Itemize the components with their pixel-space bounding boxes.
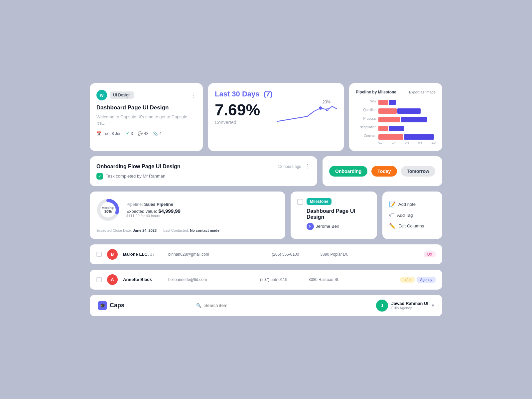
bar-pink-contract (378, 134, 403, 140)
contact-row-1: B Barone LLC. 17 binhan628@gmail.com (20… (90, 244, 442, 264)
bar-row-negotiation: Negotiation (356, 124, 436, 131)
svg-point-0 (319, 106, 322, 110)
user-company: Filllo Agency (391, 306, 428, 310)
add-tag-icon: 🏷 (389, 212, 394, 218)
task-header-left: w UI Design (96, 90, 134, 100)
activity-sub: Task completed by Mr Rahman (106, 174, 165, 179)
contact-2-tag-agency: Agency (417, 277, 436, 283)
check-icon: ✔ (126, 131, 129, 136)
task-avatar: w (96, 90, 107, 100)
action-add-note[interactable]: 📝 Add note (389, 201, 436, 207)
milestone-checkbox[interactable] (297, 199, 303, 205)
sparkline-peak-label: 23% (323, 100, 331, 104)
user-name: Jawad Rahman UI (391, 301, 428, 306)
donut-label: Meeting: 30% (102, 206, 114, 213)
task-card-header: w UI Design ⋮ (96, 90, 196, 100)
pipeline-name: Pipeline: Sales Pipeline (126, 202, 279, 207)
bar-pink-new (378, 100, 388, 105)
pipeline-inner: Meeting: 30% Pipeline: Sales Pipeline Ex… (96, 198, 279, 221)
export-button[interactable]: Export as Image (409, 90, 436, 94)
x-label-3: 0.8 (418, 141, 423, 144)
contact-2-name: Annette Black (123, 277, 163, 282)
file-icon: 📎 (153, 131, 158, 136)
activity-card: Onboarding Flow Page UI Design 12 hours … (90, 156, 317, 186)
bar-row-new: New (356, 98, 436, 105)
actions-card: 📝 Add note 🏷 Add Tag ✏️ Edit Columns (382, 192, 442, 239)
bar-blue-new (389, 100, 396, 105)
pipeline-value: Expected value: $4,999,99 (126, 208, 279, 214)
bar-track-negotiation (378, 124, 436, 131)
x-label-1: 0.4 (392, 141, 396, 144)
user-avatar: J (376, 300, 388, 312)
brand-icon: 🎓 (98, 301, 107, 310)
chart-title: Pipeline by Milestone (356, 90, 396, 94)
bar-pink-negotiation (378, 126, 388, 131)
sparkline: 23% (277, 100, 337, 126)
contact-1-tag-ux: UX (424, 251, 436, 257)
converted-card: Last 30 Days (7) 7.69% Converted 23% (208, 83, 344, 151)
contact-2-tags: ui/ux Agency (400, 277, 436, 283)
search-bar: 🔍 (196, 303, 304, 308)
contact-1-name: Barone LLC. 17 (123, 252, 163, 257)
search-input[interactable] (204, 303, 304, 308)
activity-check: ✓ Task completed by Mr Rahman (96, 173, 311, 180)
pipeline-close-date: Expected Close Date: June 24, 2023 (96, 228, 157, 232)
bar-label-new: New (356, 99, 376, 103)
schedule-btn-onboarding[interactable]: Onboarding (329, 166, 367, 177)
bar-chart: New Qualified Proposal (356, 98, 436, 140)
svg-point-1 (326, 109, 328, 111)
bar-label-negotiation: Negotiation (356, 125, 376, 129)
pipeline-info-card: Meeting: 30% Pipeline: Sales Pipeline Ex… (90, 192, 285, 239)
bar-blue-contract (404, 134, 434, 140)
donut-chart: Meeting: 30% (96, 198, 120, 221)
converted-title: Last 30 Days (7) (215, 90, 337, 98)
bar-track-contract (378, 132, 436, 140)
contact-2-checkbox[interactable] (96, 277, 102, 282)
x-axis: 0.2 0.4 0.6 0.8 1.0 (356, 141, 436, 144)
contact-2-email: helloannette@ltd.com (168, 277, 255, 282)
x-label-0: 0.2 (378, 141, 383, 144)
bar-pink-qualified (378, 108, 397, 114)
x-label-4: 1.0 (431, 141, 436, 144)
bar-track-qualified (378, 106, 436, 114)
dropdown-icon[interactable]: ▾ (432, 302, 434, 309)
bar-row-contract: Contract (356, 132, 436, 140)
bar-track-new (378, 98, 436, 105)
pipeline-chart-card: Pipeline by Milestone Export as Image Ne… (349, 83, 442, 151)
milestone-badge: Milestone (307, 198, 332, 205)
action-add-tag[interactable]: 🏷 Add Tag (389, 212, 436, 218)
x-label-2: 0.6 (405, 141, 409, 144)
converted-label: Converted (215, 120, 260, 125)
contact-1-email: binhan628@gmail.com (168, 252, 266, 257)
activity-menu-icon[interactable]: ⋮ (305, 163, 311, 170)
activity-header: Onboarding Flow Page UI Design 12 hours … (96, 163, 311, 170)
contact-1-checkbox[interactable] (96, 252, 102, 257)
schedule-btn-tomorrow[interactable]: Tomorrow (401, 166, 435, 177)
bar-row-qualified: Qualified (356, 106, 436, 114)
edit-columns-label: Edit Columns (398, 223, 424, 228)
schedule-btn-today[interactable]: Today (371, 166, 397, 177)
milestone-content: Milestone Dashboard Page UI Design F Jer… (307, 198, 370, 230)
brand: 🎓 Caps (98, 301, 124, 310)
add-note-label: Add note (398, 202, 416, 207)
milestone-user: F Jerome Bell (307, 223, 370, 230)
milestone-title: Dashboard Page UI Design (307, 208, 370, 220)
chart-header: Pipeline by Milestone Export as Image (356, 90, 436, 94)
bar-track-proposal (378, 115, 436, 122)
action-edit-columns[interactable]: ✏️ Edit Columns (389, 223, 436, 229)
task-badge: UI Design (110, 91, 134, 99)
bar-row-proposal: Proposal (356, 115, 436, 122)
task-files: 📎 4 (153, 131, 162, 136)
contact-2-tag-uiux: ui/ux (400, 277, 415, 283)
bar-blue-qualified (397, 108, 421, 114)
add-note-icon: 📝 (389, 201, 396, 207)
bar-pink-proposal (378, 117, 400, 122)
bar-label-proposal: Proposal (356, 117, 376, 120)
calendar-icon: 📅 (96, 131, 101, 136)
task-menu-icon[interactable]: ⋮ (190, 91, 196, 99)
converted-left: 7.69% Converted (215, 101, 260, 125)
contact-1-address: 3890 Poplar Dr. (320, 252, 418, 257)
contact-2-avatar: A (107, 274, 118, 285)
task-meta: 📅 Tue, 8 Jun ✔ 3 💬 43 📎 4 (96, 131, 196, 136)
milestone-user-avatar: F (307, 223, 314, 230)
